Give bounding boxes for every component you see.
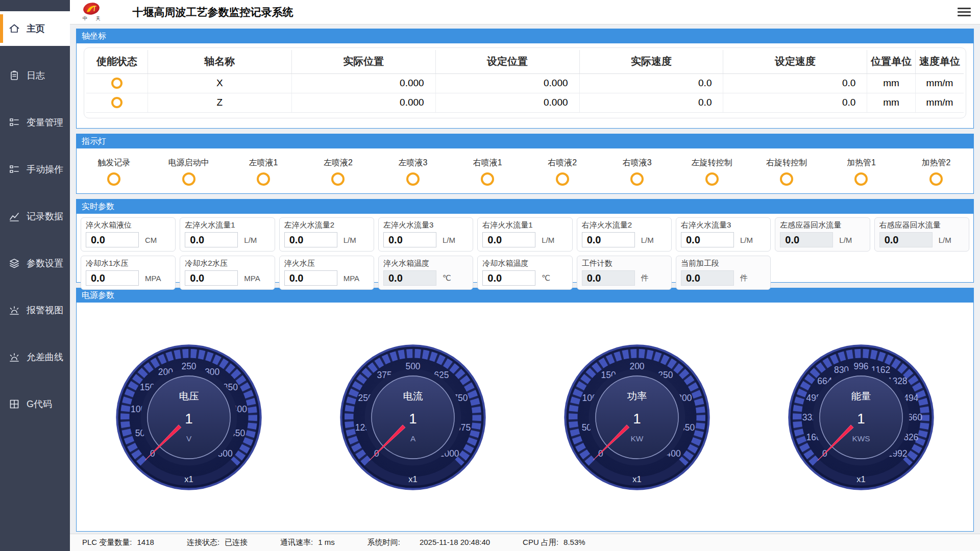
- indicator-lamp: [257, 172, 270, 186]
- sidebar-item-允差曲线[interactable]: 允差曲线: [0, 340, 70, 374]
- sidebar-item-报警视图[interactable]: 报警视图: [0, 293, 70, 328]
- param-unit: L/M: [740, 236, 753, 244]
- gauges-row: 050100150200250300350400450500电压1Vx1 012…: [77, 303, 973, 532]
- indicator-label: 右喷液2: [548, 158, 577, 168]
- gauge-功率: 050100150200250300350400功率1KWx1: [560, 339, 714, 496]
- enable-status-cell: [86, 93, 148, 112]
- sidebar-item-记录数据[interactable]: 记录数据: [0, 199, 70, 234]
- sidebar: 主页日志变量管理手动操作记录数据参数设置报警视图允差曲线G代码: [0, 0, 70, 551]
- gauge-电压: 050100150200250300350400450500电压1Vx1: [112, 339, 265, 496]
- param-unit: 件: [641, 273, 649, 283]
- axis-panel-header: 轴坐标: [77, 29, 973, 43]
- sidebar-item-label: 变量管理: [27, 116, 63, 129]
- top-header-bar: 中 天 十堰高周波工艺参数监控记录系统: [70, 0, 980, 24]
- sidebar-item-手动操作[interactable]: 手动操作: [0, 152, 70, 187]
- set-position-cell: 0.000: [435, 73, 579, 93]
- param-value-field[interactable]: 0.0: [284, 232, 337, 247]
- param-label: 淬火水箱液位: [86, 220, 170, 230]
- param-value-field[interactable]: 0.0: [780, 232, 833, 247]
- sidebar-item-G代码[interactable]: G代码: [0, 387, 70, 421]
- param-unit: L/M: [939, 236, 951, 244]
- status-bar: PLC 变量数量:1418连接状态:已连接通讯速率:1 ms系统时间:2025-…: [70, 534, 980, 551]
- axis-coordinates-panel: 轴坐标 使能状态轴名称实际位置设定位置实际速度设定速度位置单位速度单位 X0.0…: [76, 29, 974, 129]
- log-icon: [8, 69, 21, 82]
- hamburger-icon[interactable]: [958, 6, 971, 18]
- indicator-右喷液3: 右喷液3: [600, 158, 674, 186]
- param-unit: 件: [740, 273, 748, 283]
- param-value-field[interactable]: 0.0: [681, 270, 734, 286]
- param-value-row: 0.0L/M: [582, 232, 667, 247]
- param-value-field[interactable]: 0.0: [86, 232, 139, 247]
- page-title: 十堰高周波工艺参数监控记录系统: [133, 5, 293, 19]
- param-value-field[interactable]: 0.0: [482, 232, 535, 247]
- alarm-icon: [8, 304, 21, 317]
- realtime-params-row-2: 冷却水1水压0.0MPA冷却水2水压0.0MPA淬火水压0.0MPA淬火水箱温度…: [81, 256, 969, 290]
- indicator-lamp: [705, 172, 719, 186]
- param-value-field[interactable]: 0.0: [86, 270, 139, 286]
- sidebar-item-变量管理[interactable]: 变量管理: [0, 105, 70, 140]
- indicator-右旋转控制: 右旋转控制: [749, 158, 824, 186]
- svg-text:x1: x1: [408, 474, 417, 484]
- param-unit: CM: [145, 236, 157, 244]
- param-unit: L/M: [443, 236, 455, 244]
- main-content: 轴坐标 使能状态轴名称实际位置设定位置实际速度设定速度位置单位速度单位 X0.0…: [70, 24, 980, 534]
- param-value-field[interactable]: 0.0: [185, 270, 238, 286]
- status-item: 系统时间:2025-11-18 20:48:40: [368, 538, 490, 547]
- param-value-field[interactable]: 0.0: [681, 232, 734, 247]
- indicator-label: 左喷液3: [398, 158, 427, 168]
- sidebar-item-主页[interactable]: 主页: [0, 11, 70, 46]
- svg-text:x1: x1: [857, 474, 866, 484]
- param-value-row: 0.0L/M: [185, 232, 270, 247]
- param-value-field[interactable]: 0.0: [185, 232, 238, 247]
- status-value: 2025-11-18 20:48:40: [420, 538, 490, 547]
- param-label: 左淬火水流量1: [185, 220, 270, 230]
- indicator-lamp: [556, 172, 569, 186]
- status-item: 连接状态:已连接: [187, 538, 248, 547]
- position-unit-cell: mm: [867, 73, 916, 93]
- param-card-工件计数: 工件计数0.0件: [577, 256, 672, 290]
- param-value-field[interactable]: 0.0: [482, 270, 535, 286]
- svg-text:能量: 能量: [851, 390, 871, 402]
- indicator-label: 左旋转控制: [692, 158, 732, 168]
- speed-unit-cell: mm/m: [915, 93, 964, 112]
- axis-table-container: 使能状态轴名称实际位置设定位置实际速度设定速度位置单位速度单位 X0.0000.…: [84, 47, 966, 118]
- param-label: 工件计数: [582, 259, 667, 268]
- param-card-左淬火水流量3: 左淬火水流量30.0L/M: [378, 217, 473, 252]
- logo-image: [80, 2, 103, 16]
- indicator-panel-header: 指示灯: [77, 134, 973, 148]
- param-value-field[interactable]: 0.0: [383, 270, 436, 286]
- param-unit: MPA: [145, 274, 161, 283]
- gauge-能量: 0166332498664830996116213281494166018261…: [785, 339, 938, 496]
- set-position-cell: 0.000: [435, 93, 579, 112]
- param-card-淬火水压: 淬火水压0.0MPA: [279, 256, 374, 290]
- param-value-field[interactable]: 0.0: [284, 270, 337, 286]
- param-value-row: 0.0L/M: [284, 232, 369, 247]
- param-card-冷却水2水压: 冷却水2水压0.0MPA: [180, 256, 275, 290]
- indicator-lamp: [780, 172, 793, 186]
- indicator-左喷液2: 左喷液2: [301, 158, 375, 186]
- param-value-field[interactable]: 0.0: [582, 232, 635, 247]
- param-value-field[interactable]: 0.0: [879, 232, 933, 247]
- app-root: 主页日志变量管理手动操作记录数据参数设置报警视图允差曲线G代码 中 天 十堰高周: [0, 0, 980, 551]
- axis-table-row: X0.0000.0000.00.0mmmm/m: [86, 73, 964, 93]
- sidebar-item-参数设置[interactable]: 参数设置: [0, 246, 70, 281]
- param-card-淬火水箱液位: 淬火水箱液位0.0CM: [81, 217, 176, 252]
- enable-status-cell: [86, 73, 148, 93]
- axis-col-header: 使能状态: [86, 50, 148, 73]
- home-icon: [8, 22, 21, 35]
- status-item: 通讯速率:1 ms: [280, 538, 335, 547]
- param-value-row: 0.0L/M: [383, 232, 468, 247]
- param-card-右淬火水流量2: 右淬火水流量20.0L/M: [577, 217, 672, 252]
- sidebar-item-日志[interactable]: 日志: [0, 58, 70, 93]
- param-value-field[interactable]: 0.0: [383, 232, 436, 247]
- speed-unit-cell: mm/m: [915, 73, 964, 93]
- realtime-panel-header: 实时参数: [77, 199, 973, 214]
- sidebar-item-label: 主页: [27, 22, 45, 35]
- param-value-field[interactable]: 0.0: [582, 270, 635, 286]
- param-card-淬火水箱温度: 淬火水箱温度0.0℃: [378, 256, 473, 290]
- param-value-row: 0.0L/M: [879, 232, 964, 247]
- indicator-加热管1: 加热管1: [824, 158, 898, 186]
- axis-name-cell: Z: [148, 93, 291, 112]
- realtime-params-body: 淬火水箱液位0.0CM左淬火水流量10.0L/M左淬火水流量20.0L/M左淬火…: [77, 214, 973, 293]
- param-value-row: 0.0L/M: [482, 232, 567, 247]
